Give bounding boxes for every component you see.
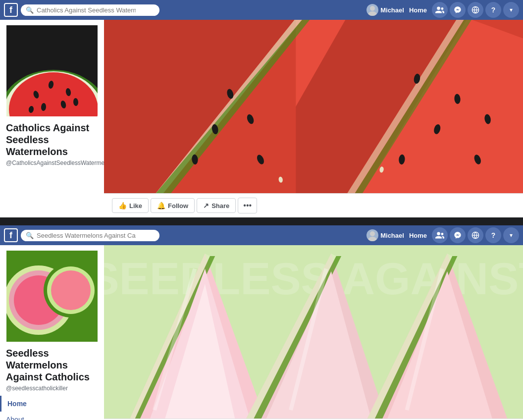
page-content-1: Catholics Against Seedless Watermelons @…	[0, 20, 523, 217]
page-name-1: Catholics Against Seedless Watermelons	[0, 118, 104, 158]
page-content-2: Seedless Watermelons Against Catholics @…	[0, 245, 523, 420]
nav-bar-2: f 🔍 Michael Home ?	[0, 225, 523, 245]
sidebar-1: Catholics Against Seedless Watermelons @…	[0, 20, 104, 217]
sidebar-nav-about-2[interactable]: About	[0, 412, 104, 420]
sidebar-nav-home-2[interactable]: Home	[0, 396, 104, 412]
home-btn-1[interactable]: Home	[406, 4, 430, 16]
more-btn-1[interactable]: •••	[238, 198, 257, 213]
svg-point-47	[51, 270, 91, 310]
action-bar-1: 👍 Like 🔔 Follow ↗ Share •••	[104, 193, 523, 217]
like-icon-1: 👍	[118, 202, 127, 210]
sidebar-2: Seedless Watermelons Against Catholics @…	[0, 245, 104, 420]
search-input-1[interactable]	[37, 6, 136, 14]
home-btn-2[interactable]: Home	[406, 230, 430, 241]
facebook-page-1: f 🔍 Michael Home ?	[0, 0, 523, 217]
facebook-page-2: f 🔍 Michael Home ?	[0, 225, 523, 420]
page-main-1: 👍 Like 🔔 Follow ↗ Share •••	[104, 20, 523, 217]
page-main-2: SEEDLESS AGAINST	[104, 245, 523, 420]
share-btn-1[interactable]: ↗ Share	[197, 198, 236, 213]
page-handle-2: @seedlesscatholickiller	[0, 384, 104, 396]
page-handle-1: @CatholicsAgainstSeedlessWatermelons	[0, 158, 104, 170]
cover-photo-2: SEEDLESS AGAINST	[104, 245, 523, 419]
fb-logo-2[interactable]: f	[4, 228, 18, 242]
search-icon-2: 🔍	[26, 232, 34, 239]
search-bar-2[interactable]: 🔍	[21, 230, 159, 241]
svg-point-0	[370, 6, 375, 11]
messenger-icon-2[interactable]	[450, 227, 466, 243]
svg-point-38	[368, 237, 377, 241]
fb-logo-1[interactable]: f	[4, 3, 18, 17]
nav-bar-1: f 🔍 Michael Home ?	[0, 0, 523, 20]
friends-icon-1[interactable]	[432, 2, 448, 18]
follow-icon-1: 🔔	[157, 202, 165, 210]
user-name-2: Michael	[380, 232, 404, 239]
share-icon-1: ↗	[203, 202, 209, 210]
search-input-2[interactable]	[37, 232, 136, 239]
follow-btn-1[interactable]: 🔔 Follow	[151, 198, 195, 213]
nav-user-1: Michael	[366, 4, 404, 16]
profile-pic-1	[5, 24, 99, 118]
search-bar-1[interactable]: 🔍	[21, 4, 159, 16]
user-name-1: Michael	[380, 6, 404, 14]
friends-icon-2[interactable]	[432, 227, 448, 243]
cover-photo-1	[104, 20, 523, 193]
svg-point-37	[370, 231, 375, 236]
help-icon-1[interactable]: ?	[485, 2, 501, 18]
help-icon-2[interactable]: ?	[485, 227, 501, 243]
nav-right-2: Michael Home ? ▾	[366, 227, 519, 243]
avatar-2	[366, 229, 378, 241]
page-name-2: Seedless Watermelons Against Catholics	[0, 343, 104, 384]
nav-right-1: Michael Home ? ▾	[366, 2, 519, 18]
messenger-icon-1[interactable]	[450, 2, 466, 18]
nav-user-2: Michael	[366, 229, 404, 241]
svg-point-1	[368, 11, 377, 16]
like-btn-1[interactable]: 👍 Like	[112, 198, 149, 213]
globe-icon-1[interactable]	[468, 2, 483, 18]
search-icon-1: 🔍	[26, 6, 34, 14]
chevron-icon-2[interactable]: ▾	[503, 227, 519, 243]
globe-icon-2[interactable]	[468, 227, 483, 243]
chevron-icon-1[interactable]: ▾	[503, 2, 519, 18]
profile-pic-2	[5, 249, 99, 343]
avatar-1	[366, 4, 378, 16]
page-separator	[0, 221, 523, 225]
